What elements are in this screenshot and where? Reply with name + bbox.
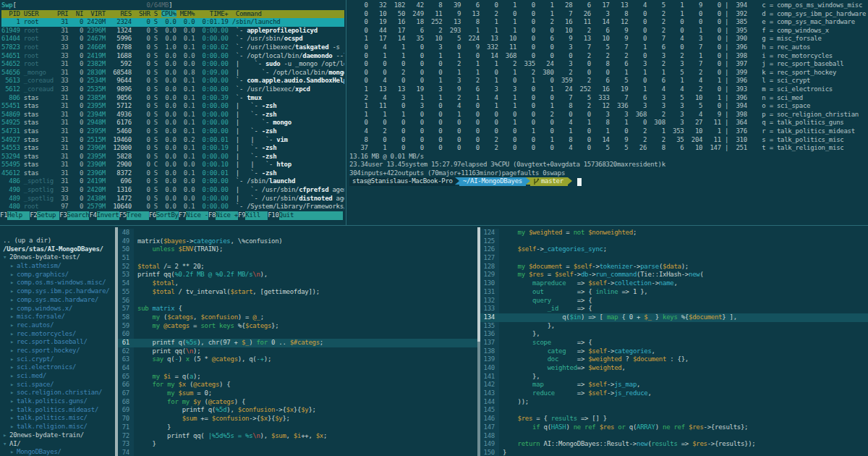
fkey-F3-label[interactable]: Search (67, 211, 90, 220)
htop-process-row[interactable]: 54651 root 33 0 2419M 1688 0 S 0.0 0.0 0… (1, 52, 344, 61)
htop-process-row[interactable]: 5613 _coreaud 33 0 2534M 9644 0 S 0.0 0.… (1, 77, 344, 85)
tree-item[interactable]: ▸talk.politics.guns/ (3, 397, 115, 406)
fkey-F2-label[interactable]: Setup (37, 211, 59, 220)
fkey-F2[interactable]: F2 (30, 211, 37, 220)
htop-process-row[interactable]: 54869 stas 31 0 2394M 4936 0 S 0.0 0.1 0… (1, 111, 344, 119)
fkey-F10[interactable]: F10 (268, 211, 278, 220)
tree-item[interactable]: ▸comp.sys.mac.hardware/ (3, 296, 115, 305)
collapsed-arrow-icon[interactable]: ▸ (10, 338, 17, 347)
code-line[interactable]: 58 my ($categs, $confusion) = @_; (118, 313, 477, 322)
collapsed-arrow-icon[interactable]: ▸ (10, 347, 17, 355)
code-line[interactable]: 63 say q(-) x (5 * @categs), q(-+); (118, 355, 477, 364)
code-line[interactable]: 69 printf q(%5d), $confusion->{$x}{$y}; (118, 406, 477, 415)
fkey-F9[interactable]: F9 (238, 211, 245, 220)
fkey-F4[interactable]: F4 (89, 211, 96, 220)
htop-header-row[interactable]: PID USER PRI NI VIRT RES SHR S CPU% MEM%… (1, 10, 344, 19)
collapsed-arrow-icon[interactable]: ▸ (10, 262, 17, 271)
fkey-F1[interactable]: F1 (0, 211, 7, 220)
code-line[interactable]: 48 (118, 229, 477, 237)
collapsed-arrow-icon[interactable]: ▸ (10, 279, 17, 287)
code-line[interactable]: 68 for my $y (@categs) { (118, 398, 477, 407)
code-line[interactable]: 137 scope => { (480, 339, 868, 347)
collapsed-arrow-icon[interactable]: ▸ (10, 271, 17, 279)
tree-item[interactable]: ▸sci.electronics/ (3, 363, 115, 372)
fkey-F5[interactable]: F5 (119, 211, 127, 220)
fkey-F3[interactable]: F3 (59, 211, 67, 220)
tree-item[interactable]: ▸20news-bydate-train/ (3, 431, 115, 440)
code-line[interactable]: 135 }, (480, 322, 868, 331)
tree-item[interactable]: ▸rec.motorcycles/ (3, 330, 115, 339)
htop-process-row[interactable]: 1 root 31 0 2420M 2324 0 S 0.0 0.0 0:01.… (1, 18, 344, 27)
fkey-F4-label[interactable]: Invert (97, 211, 119, 220)
fkey-F9-label[interactable]: Kill (245, 211, 268, 220)
fkey-F8-label[interactable]: Nice + (216, 211, 238, 220)
code-line[interactable]: 125 (480, 237, 868, 246)
collapsed-arrow-icon[interactable]: ▸ (10, 296, 17, 305)
collapsed-arrow-icon[interactable]: ▸ (10, 321, 17, 330)
code-line[interactable]: 70 $sum += $confusion->{$x}{$y}; (118, 415, 477, 423)
code-line[interactable]: 53printf qq(%0.2f MB @ %0.2f MB/s\n), (118, 271, 477, 279)
tree-item[interactable]: ▸talk.religion.misc/ (3, 423, 115, 431)
code-line[interactable]: 139 doc => $weighted ? $document : {}, (480, 355, 868, 364)
expanded-arrow-icon[interactable]: ▾ (3, 253, 9, 262)
code-line[interactable]: 71 } (118, 423, 477, 432)
tree-item[interactable]: ▾AI/ (3, 440, 115, 449)
collapsed-arrow-icon[interactable]: ▸ (10, 389, 17, 397)
tree-item[interactable]: ▸comp.windows.x/ (3, 305, 115, 313)
fkey-F7-label[interactable]: Nice - (186, 211, 208, 220)
code-line[interactable]: 60 (118, 330, 477, 339)
htop-process-row[interactable]: 480 root 97 0 2579M 10640 0 S 0.0 0.1 0:… (1, 203, 344, 211)
tree-item[interactable]: .. (up a dir) (3, 237, 115, 245)
code-line[interactable]: 132 query => { (480, 297, 868, 305)
code-line[interactable]: 64 (118, 364, 477, 373)
code-line[interactable]: 127 (480, 254, 868, 263)
code-line[interactable]: 57sub matrix { (118, 305, 477, 313)
code-line[interactable]: 138 categ => $self->categories, (480, 347, 868, 356)
code-line[interactable]: 147 if q(HASH) ne ref $res or q(ARRAY) n… (480, 423, 868, 432)
collapsed-arrow-icon[interactable]: ▸ (10, 381, 17, 389)
code-line[interactable]: 134 q($in) => [ map { 0 + $_ } keys %{$d… (480, 313, 868, 322)
htop-process-row[interactable]: 61949 root 31 0 2396M 1324 0 S 0.0 0.0 0… (1, 27, 344, 35)
code-line[interactable]: 145 (480, 406, 868, 415)
tree-item[interactable]: ▸comp.os.ms-windows.misc/ (3, 279, 115, 287)
tree-item[interactable]: ▸sci.space/ (3, 381, 115, 389)
htop-process-row[interactable]: 53294 stas 31 0 2395M 5828 0 S 0.0 0.1 0… (1, 153, 344, 161)
code-line[interactable]: 52$total /= 2 ** 20; (118, 263, 477, 271)
collapsed-arrow-icon[interactable]: ▸ (10, 414, 17, 423)
collapsed-arrow-icon[interactable]: ▸ (10, 355, 17, 364)
tree-item[interactable]: ▸comp.sys.ibm.pc.hardware/ (3, 287, 115, 296)
collapsed-arrow-icon[interactable]: ▸ (3, 431, 9, 440)
tree-item[interactable]: ▸sci.crypt/ (3, 355, 115, 364)
htop-process-row[interactable]: 486 _spotlig 31 0 2419M 696 0 S 0.0 0.0 … (1, 177, 344, 186)
code-line[interactable]: 67 my $sum = 0; (118, 389, 477, 398)
tree-item[interactable]: ▾20news-bydate-test/ (3, 253, 115, 262)
collapsed-arrow-icon[interactable]: ▸ (10, 313, 17, 321)
htop-process-row[interactable]: 57823 root 33 0 2466M 6788 0 S 1.0 0.1 0… (1, 43, 344, 52)
code-line[interactable]: 73 } (118, 440, 477, 449)
code-line[interactable]: 51 (118, 254, 477, 263)
code-line[interactable]: 142 map => $self->js_map, (480, 381, 868, 389)
tree-item[interactable]: ▸rec.sport.baseball/ (3, 338, 115, 347)
code-line[interactable]: 56 (118, 297, 477, 305)
code-line[interactable]: 65 my $i = q(a); (118, 373, 477, 381)
code-line[interactable]: 59 my @categs = sort keys %{$categs}; (118, 322, 477, 331)
code-line[interactable]: 136 }, (480, 330, 868, 339)
htop-process-row[interactable]: 54731 stas 31 0 2395M 5460 0 S 0.0 0.1 0… (1, 127, 344, 136)
htop-process-row[interactable]: 55495 stas 31 0 2390M 2900 0 C 0.0 0.0 0… (1, 161, 344, 169)
code-line[interactable]: 128 my $document = $self->tokenizer->par… (480, 263, 868, 271)
fkey-F5-label[interactable]: Tree (127, 211, 149, 220)
fkey-F10-label[interactable]: Quit (279, 211, 294, 220)
collapsed-arrow-icon[interactable]: ▸ (10, 397, 17, 406)
code-line[interactable]: 62 print qq(\n); (118, 347, 477, 356)
code-line[interactable]: 131 out => { inline => 1 }, (480, 288, 868, 297)
collapsed-arrow-icon[interactable]: ▸ (10, 363, 17, 372)
expanded-arrow-icon[interactable]: ▾ (3, 440, 9, 449)
collapsed-arrow-icon[interactable]: ▸ (10, 372, 17, 381)
tree-item[interactable]: ▸talk.politics.misc/ (3, 414, 115, 423)
htop-process-row[interactable]: 806 stas 31 0 2385M 9056 0 S 0.0 0.1 0:0… (1, 94, 344, 103)
htop-process-row[interactable]: 54656 _mongo 31 0 2830M 68548 0 S 0.0 0.… (1, 69, 344, 77)
tree-item[interactable]: ▸MongoDBayes/ (3, 448, 115, 456)
fkey-F7[interactable]: F7 (179, 211, 186, 220)
htop-process-row[interactable]: 54927 stas 31 0 2515M 19460 0 S 0.0 0.2 … (1, 136, 344, 145)
code-line[interactable]: 140 weighted=> $weighted, (480, 364, 868, 373)
